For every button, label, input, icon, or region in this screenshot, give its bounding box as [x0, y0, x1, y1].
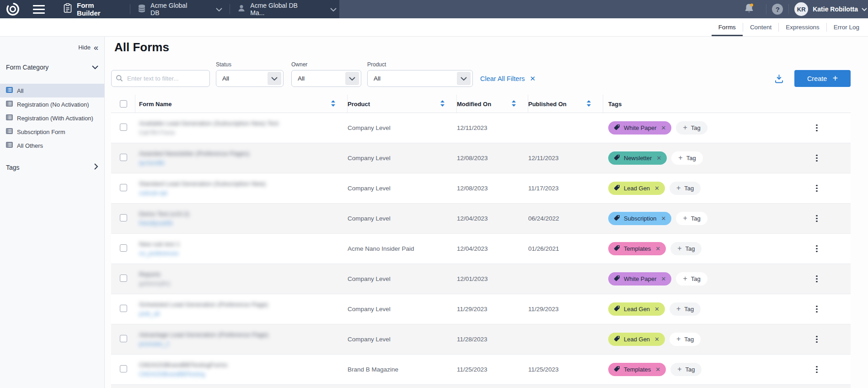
row-checkbox[interactable]	[120, 335, 127, 342]
remove-tag-icon[interactable]: ✕	[655, 245, 660, 252]
sidebar-item-subscription-form[interactable]: Subscription Form	[0, 125, 104, 139]
remove-tag-icon[interactable]: ✕	[661, 124, 666, 131]
clear-all-filters-button[interactable]: Clear All Filters ✕	[480, 70, 536, 87]
form-category-header[interactable]: Form Category	[0, 64, 104, 71]
row-overflow-menu-icon[interactable]	[814, 243, 820, 254]
row-overflow-menu-icon[interactable]	[814, 304, 820, 315]
modified-on-cell: 12/01/2023	[457, 275, 528, 282]
published-on-cell: 11/29/2023	[528, 306, 603, 313]
select-all-checkbox[interactable]	[120, 100, 127, 108]
add-tag-button[interactable]: +Tag	[670, 182, 701, 195]
sidebar-item-all[interactable]: All	[0, 84, 104, 97]
tab-error-log[interactable]: Error Log	[827, 18, 866, 36]
form-subname-redacted[interactable]: goforms(thr)	[139, 280, 348, 287]
remove-tag-icon[interactable]: ✕	[661, 215, 666, 222]
owner-select[interactable]: All	[291, 70, 361, 87]
tab-label: Error Log	[834, 24, 859, 31]
add-tag-label: Tag	[686, 366, 695, 373]
search-input[interactable]	[111, 70, 210, 87]
form-name-redacted[interactable]: Reports	[139, 271, 348, 278]
tags-section-header[interactable]: Tags	[0, 163, 104, 171]
table-row: Advantage Lead Generation (Preference Pa…	[111, 324, 851, 355]
form-name-redacted[interactable]: New sub test 1	[139, 241, 348, 248]
remove-tag-icon[interactable]: ✕	[656, 155, 661, 162]
add-tag-button[interactable]: +Tag	[670, 363, 702, 376]
notifications-bell-icon[interactable]	[744, 3, 754, 16]
form-name-redacted[interactable]: Scheduled Lead Generation (Preference Pa…	[139, 301, 348, 308]
sort-icon[interactable]	[331, 100, 335, 108]
person-icon	[237, 4, 246, 14]
add-tag-button[interactable]: +Tag	[671, 151, 702, 165]
form-subname-redacted[interactable]: qa-bundle	[139, 160, 348, 166]
add-tag-button[interactable]: +Tag	[670, 242, 702, 255]
form-subname-redacted[interactable]: preb_alt	[139, 311, 348, 317]
row-checkbox[interactable]	[120, 214, 127, 221]
row-overflow-menu-icon[interactable]	[814, 334, 820, 345]
form-name-redacted[interactable]: Advantage Lead Generation (Preference Pa…	[139, 331, 348, 338]
remove-tag-icon[interactable]: ✕	[654, 336, 659, 343]
download-button[interactable]	[774, 70, 784, 87]
remove-tag-icon[interactable]: ✕	[655, 366, 660, 373]
row-overflow-menu-icon[interactable]	[814, 153, 820, 164]
column-header-form-name[interactable]: Form Name	[135, 95, 348, 113]
tab-content[interactable]: Content	[743, 18, 778, 36]
column-header-published-on[interactable]: Published On	[528, 95, 603, 113]
create-button[interactable]: Create +	[794, 70, 851, 87]
product-select[interactable]: All	[367, 70, 473, 87]
form-name-redacted[interactable]: Demo Test (v10.2)	[139, 210, 348, 217]
hide-label: Hide	[78, 44, 91, 51]
add-tag-button[interactable]: +Tag	[670, 302, 701, 316]
row-checkbox[interactable]	[120, 365, 127, 372]
hamburger-menu-icon[interactable]	[33, 5, 45, 14]
sort-icon[interactable]	[440, 100, 445, 108]
form-subname-redacted[interactable]: CM24153BrandBBTesting	[139, 371, 348, 377]
form-name-redacted[interactable]: Awarded Newsletter (Preference Pages)	[139, 150, 348, 157]
add-tag-button[interactable]: +Tag	[670, 333, 701, 346]
add-tag-button[interactable]: +Tag	[676, 272, 707, 286]
plus-icon: +	[683, 215, 687, 222]
database-selector[interactable]: Acme Global DB	[135, 2, 225, 16]
sidebar-item-registration-no-activation-[interactable]: Registration (No Activation)	[0, 97, 104, 111]
row-checkbox[interactable]	[120, 124, 127, 131]
tab-expressions[interactable]: Expressions	[779, 18, 826, 36]
account-selector[interactable]: Acme Global DB Ma...	[235, 2, 339, 16]
row-overflow-menu-icon[interactable]	[814, 364, 820, 375]
form-subname-redacted[interactable]: friendlysub5k	[139, 220, 348, 226]
sidebar-item-all-others[interactable]: All Others	[0, 139, 104, 152]
remove-tag-icon[interactable]: ✕	[654, 306, 659, 313]
form-subname-redacted[interactable]: no_preferences	[139, 250, 348, 257]
sort-icon[interactable]	[512, 100, 516, 108]
status-select[interactable]: All	[216, 70, 284, 87]
user-menu-chevron-icon[interactable]	[862, 5, 867, 13]
row-overflow-menu-icon[interactable]	[814, 213, 820, 224]
row-checkbox[interactable]	[120, 275, 127, 282]
row-checkbox[interactable]	[120, 184, 127, 191]
row-overflow-menu-icon[interactable]	[814, 274, 820, 285]
tag-label: White Paper	[624, 124, 657, 131]
add-tag-button[interactable]: +Tag	[676, 212, 707, 225]
row-checkbox[interactable]	[120, 305, 127, 312]
remove-tag-icon[interactable]: ✕	[661, 275, 666, 282]
tab-forms[interactable]: Forms	[712, 18, 743, 36]
row-overflow-menu-icon[interactable]	[814, 183, 820, 194]
column-header-product[interactable]: Product	[348, 95, 457, 113]
form-name-redacted[interactable]: CM24153BrandBBTestingForms	[139, 361, 348, 368]
user-avatar[interactable]: KR	[794, 2, 808, 16]
sort-icon[interactable]	[587, 100, 591, 108]
remove-tag-icon[interactable]: ✕	[654, 185, 659, 192]
add-tag-label: Tag	[684, 306, 694, 313]
brand-logo-icon[interactable]	[5, 2, 20, 16]
form-name-redacted[interactable]: Standard Lead Generation (Subscription N…	[139, 180, 348, 187]
form-subname-redacted[interactable]: subsub-opt	[139, 190, 348, 196]
form-subname-redacted[interactable]: Call RH Force	[139, 129, 348, 136]
form-name-redacted[interactable]: Available Lead Generation (Subscription …	[139, 120, 348, 127]
row-overflow-menu-icon[interactable]	[814, 123, 820, 134]
row-checkbox[interactable]	[120, 244, 127, 252]
column-header-modified-on[interactable]: Modified On	[457, 95, 528, 113]
form-subname-redacted[interactable]: promotes_2	[139, 341, 348, 347]
help-icon[interactable]: ?	[772, 4, 783, 15]
row-checkbox[interactable]	[120, 154, 127, 161]
add-tag-button[interactable]: +Tag	[676, 121, 707, 135]
sidebar-item-registration-with-activation-[interactable]: Registration (With Activation)	[0, 111, 104, 125]
sidebar-collapse-button[interactable]: Hide «	[0, 37, 104, 51]
